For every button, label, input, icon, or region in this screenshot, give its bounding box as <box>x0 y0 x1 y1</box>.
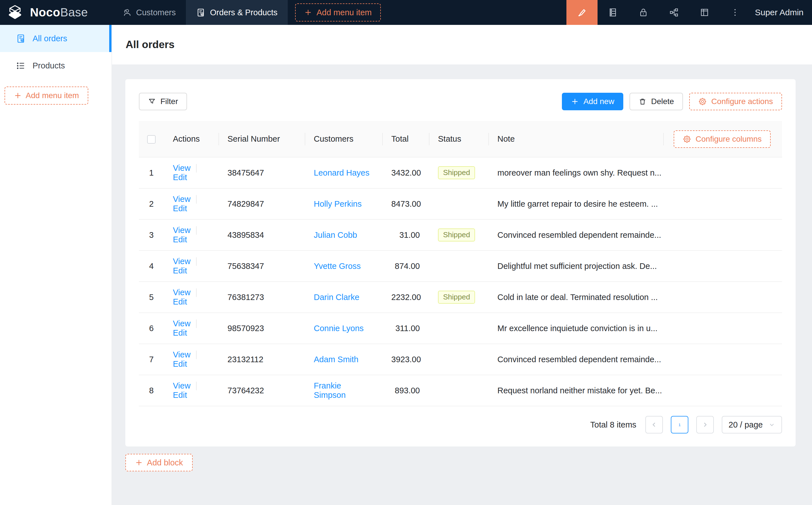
serial-number-cell: 76381273 <box>219 282 305 313</box>
add-block-button[interactable]: Add block <box>125 454 193 471</box>
customer-cell: Darin Clarke <box>305 282 382 313</box>
customer-cell: Adam Smith <box>305 344 382 375</box>
table-header-row: Actions Serial Number Customers Total St… <box>139 121 782 157</box>
serial-number-cell: 38475647 <box>219 157 305 188</box>
status-cell: Shipped <box>429 157 488 188</box>
table-row: 1 ViewEdit 38475647 Leonard Hayes 3432.0… <box>139 157 782 188</box>
nav-tab-label: Customers <box>136 8 176 17</box>
total-cell: 3923.00 <box>382 344 429 375</box>
status-cell <box>429 344 488 375</box>
serial-number-cell: 43895834 <box>219 219 305 250</box>
actions-cell: ViewEdit <box>164 157 219 188</box>
table-row: 7 ViewEdit 23132112 Adam Smith 3923.00 C… <box>139 344 782 375</box>
table-row: 3 ViewEdit 43895834 Julian Cobb 31.00 Sh… <box>139 219 782 250</box>
logo-text-base: Base <box>60 6 88 19</box>
customer-link[interactable]: Julian Cobb <box>314 230 357 239</box>
previous-page-button[interactable] <box>645 416 663 434</box>
table-row: 2 ViewEdit 74829847 Holly Perkins 8473.0… <box>139 188 782 219</box>
user-menu[interactable]: Super Admin <box>750 8 812 17</box>
table-row: 8 ViewEdit 73764232 Frankie Simpson 893.… <box>139 375 782 406</box>
collections-button[interactable] <box>597 0 628 25</box>
workflow-button[interactable] <box>659 0 689 25</box>
row-index: 6 <box>139 313 164 344</box>
actions-cell: ViewEdit <box>164 282 219 313</box>
view-link[interactable]: View <box>173 257 190 266</box>
filter-button[interactable]: Filter <box>139 93 187 110</box>
pagination: Total 8 items 1 20 / page <box>139 416 782 434</box>
page-size-select[interactable]: 20 / page <box>722 416 782 434</box>
pagination-total: Total 8 items <box>590 420 636 430</box>
configure-columns-button[interactable]: Configure columns <box>674 130 771 148</box>
view-link[interactable]: View <box>173 226 190 235</box>
customer-cell: Frankie Simpson <box>305 375 382 406</box>
layout-button[interactable] <box>689 0 720 25</box>
total-cell: 893.00 <box>382 375 429 406</box>
database-icon <box>608 7 618 17</box>
sidebar-add-menu-item-button[interactable]: Add menu item <box>5 87 88 105</box>
edit-link[interactable]: Edit <box>173 173 187 182</box>
customer-link[interactable]: Holly Perkins <box>314 199 362 208</box>
edit-link[interactable]: Edit <box>173 266 187 275</box>
note-cell: moreover man feelings own shy. Request n… <box>488 157 782 188</box>
column-header-total: Total <box>382 121 429 157</box>
edit-link[interactable]: Edit <box>173 204 187 213</box>
permissions-button[interactable] <box>628 0 659 25</box>
nav-tab-label: Orders & Products <box>210 8 278 17</box>
nocobase-cube-icon <box>8 4 25 21</box>
sidebar-item-products[interactable]: Products <box>0 52 112 79</box>
sidebar-item-all-orders[interactable]: All orders <box>0 25 112 52</box>
nav-add-menu-item-label: Add menu item <box>316 8 372 17</box>
customer-link[interactable]: Leonard Hayes <box>314 168 370 177</box>
next-page-button[interactable] <box>696 416 714 434</box>
column-header-serial-number: Serial Number <box>219 121 305 157</box>
app: NocoBase Customers Orders & Products Add… <box>0 0 812 505</box>
view-link[interactable]: View <box>173 288 190 297</box>
nav-tab-orders-products[interactable]: Orders & Products <box>186 0 288 25</box>
view-link[interactable]: View <box>173 381 190 390</box>
edit-link[interactable]: Edit <box>173 390 187 399</box>
ui-editor-button[interactable] <box>566 0 597 25</box>
edit-link[interactable]: Edit <box>173 297 187 306</box>
table-row: 4 ViewEdit 75638347 Yvette Gross 874.00 … <box>139 250 782 282</box>
status-badge: Shipped <box>438 228 475 241</box>
nav-add-menu-item-button[interactable]: Add menu item <box>295 3 381 21</box>
customer-cell: Yvette Gross <box>305 250 382 282</box>
delete-button[interactable]: Delete <box>630 93 683 110</box>
view-link[interactable]: View <box>173 319 190 328</box>
column-header-customers: Customers <box>305 121 382 157</box>
note-cell: My little garret repair to desire he est… <box>488 188 782 219</box>
add-block-label: Add block <box>147 458 183 467</box>
view-link[interactable]: View <box>173 194 190 204</box>
edit-link[interactable]: Edit <box>173 235 187 244</box>
customer-link[interactable]: Yvette Gross <box>314 262 361 271</box>
customer-link[interactable]: Darin Clarke <box>314 293 359 302</box>
total-cell: 311.00 <box>382 313 429 344</box>
serial-number-cell: 73764232 <box>219 375 305 406</box>
page-header: All orders <box>112 25 812 64</box>
row-index: 8 <box>139 375 164 406</box>
more-button[interactable] <box>720 0 750 25</box>
row-index: 4 <box>139 250 164 282</box>
actions-cell: ViewEdit <box>164 344 219 375</box>
customer-link[interactable]: Adam Smith <box>314 355 359 364</box>
page-number-button[interactable]: 1 <box>671 416 688 434</box>
edit-link[interactable]: Edit <box>173 359 187 368</box>
select-all-checkbox[interactable] <box>147 135 156 144</box>
order-icon <box>196 8 206 17</box>
edit-link[interactable]: Edit <box>173 328 187 337</box>
customer-cell: Connie Lyons <box>305 313 382 344</box>
plus-icon <box>14 92 22 100</box>
customer-cell: Leonard Hayes <box>305 157 382 188</box>
add-new-button[interactable]: Add new <box>562 93 623 110</box>
note-cell: Convinced resembled dependent remainde..… <box>488 219 782 250</box>
status-badge: Shipped <box>438 291 475 304</box>
total-cell: 3432.00 <box>382 157 429 188</box>
customer-link[interactable]: Connie Lyons <box>314 324 364 333</box>
configure-actions-button[interactable]: Configure actions <box>689 93 782 110</box>
top-nav: NocoBase Customers Orders & Products Add… <box>0 0 812 25</box>
nav-tab-customers[interactable]: Customers <box>112 0 186 25</box>
customer-link[interactable]: Frankie Simpson <box>314 381 346 399</box>
note-cell: Convinced resembled dependent remainde..… <box>488 344 782 375</box>
view-link[interactable]: View <box>173 163 190 172</box>
view-link[interactable]: View <box>173 350 190 359</box>
